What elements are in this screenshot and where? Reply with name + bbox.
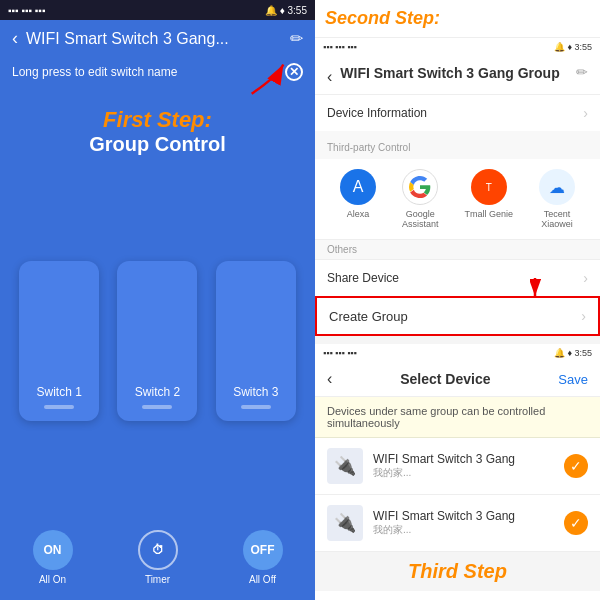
- google-label: GoogleAssistant: [402, 209, 439, 229]
- device-information-label: Device Information: [327, 106, 427, 120]
- switch-indicator-1: [44, 405, 74, 409]
- select-header: ‹ Select Device Save: [315, 362, 600, 397]
- info-banner-text: Devices under same group can be controll…: [327, 405, 545, 429]
- switch-indicator-2: [142, 405, 172, 409]
- create-group-row[interactable]: Create Group ›: [315, 296, 600, 336]
- left-back-button[interactable]: ‹: [12, 28, 18, 49]
- others-section-title: Others: [315, 240, 600, 259]
- device-info-2: WIFI Smart Switch 3 Gang 我的家...: [373, 509, 554, 537]
- second-step-area: Second Step:: [315, 0, 600, 38]
- device-information-row[interactable]: Device Information ›: [315, 94, 600, 131]
- alexa-icon: A: [340, 169, 376, 205]
- hint-text: Long press to edit switch name: [12, 65, 177, 79]
- third-party-title-text: Third-party Control: [327, 142, 410, 153]
- check-icon-1: ✓: [564, 454, 588, 478]
- all-off-button[interactable]: OFF All Off: [243, 530, 283, 585]
- create-group-arrow: [530, 276, 560, 302]
- device-list-item-2[interactable]: 🔌 WIFI Smart Switch 3 Gang 我的家... ✓: [315, 495, 600, 552]
- device-title: WIFI Smart Switch 3 Gang Group: [340, 64, 568, 82]
- switch-label-2: Switch 2: [135, 385, 180, 399]
- device-sub-1: 我的家...: [373, 466, 554, 480]
- tecent-label: TecentXiaowei: [541, 209, 573, 229]
- tmall-icon: T: [471, 169, 507, 205]
- device-thumb-2: 🔌: [327, 505, 363, 541]
- group-control-text: Group Control: [10, 133, 305, 156]
- left-status-left: ▪▪▪ ▪▪▪ ▪▪▪: [8, 5, 45, 16]
- select-device-panel: ▪▪▪ ▪▪▪ ▪▪▪ 🔔 ♦ 3:55 ‹ Select Device Sav…: [315, 344, 600, 600]
- third-step-text: Third Step: [327, 560, 588, 583]
- all-on-circle: ON: [33, 530, 73, 570]
- right-status-bar: ▪▪▪ ▪▪▪ ▪▪▪ 🔔 ♦ 3:55: [315, 38, 600, 56]
- tmall-item[interactable]: T Tmall Genie: [464, 169, 513, 229]
- share-device-chevron: ›: [583, 270, 588, 286]
- select-title: Select Device: [332, 371, 558, 387]
- switch-label-3: Switch 3: [233, 385, 278, 399]
- tmall-label: Tmall Genie: [464, 209, 513, 219]
- google-assistant-item[interactable]: GoogleAssistant: [402, 169, 439, 229]
- device-name-1: WIFI Smart Switch 3 Gang: [373, 452, 554, 466]
- switch-card-1[interactable]: Switch 1: [19, 261, 99, 421]
- select-status-bar: ▪▪▪ ▪▪▪ ▪▪▪ 🔔 ♦ 3:55: [315, 344, 600, 362]
- tecent-item[interactable]: ☁ TecentXiaowei: [539, 169, 575, 229]
- arrow-annotation: [220, 52, 300, 102]
- all-on-button[interactable]: ON All On: [33, 530, 73, 585]
- switch-card-2[interactable]: Switch 2: [117, 261, 197, 421]
- device-back-button[interactable]: ‹: [327, 68, 332, 86]
- third-party-section-title: Third-party Control: [315, 131, 600, 159]
- device-list-item-1[interactable]: 🔌 WIFI Smart Switch 3 Gang 我的家... ✓: [315, 438, 600, 495]
- timer-circle: ⏱: [138, 530, 178, 570]
- device-information-chevron: ›: [583, 105, 588, 121]
- device-header: ‹ WIFI Smart Switch 3 Gang Group ✏: [315, 56, 600, 94]
- all-on-label: All On: [39, 574, 66, 585]
- first-step-text: First Step:: [10, 107, 305, 133]
- left-panel: ▪▪▪ ▪▪▪ ▪▪▪ 🔔 ♦ 3:55 ‹ WIFI Smart Switch…: [0, 0, 315, 600]
- timer-button[interactable]: ⏱ Timer: [138, 530, 178, 585]
- alexa-label: Alexa: [347, 209, 370, 219]
- check-icon-2: ✓: [564, 511, 588, 535]
- device-name-2: WIFI Smart Switch 3 Gang: [373, 509, 554, 523]
- all-off-circle: OFF: [243, 530, 283, 570]
- create-group-label: Create Group: [329, 309, 408, 324]
- device-info-1: WIFI Smart Switch 3 Gang 我的家...: [373, 452, 554, 480]
- device-thumb-1: 🔌: [327, 448, 363, 484]
- right-status-right: 🔔 ♦ 3:55: [554, 42, 592, 52]
- third-party-row: A Alexa GoogleAssistant T Tmall Genie: [315, 159, 600, 240]
- left-app-title: WIFI Smart Switch 3 Gang...: [26, 30, 282, 48]
- timer-label: Timer: [145, 574, 170, 585]
- left-status-bar: ▪▪▪ ▪▪▪ ▪▪▪ 🔔 ♦ 3:55: [0, 0, 315, 20]
- alexa-item[interactable]: A Alexa: [340, 169, 376, 229]
- left-status-right: 🔔 ♦ 3:55: [265, 5, 307, 16]
- others-label: Others: [327, 244, 357, 255]
- device-edit-icon[interactable]: ✏: [576, 64, 588, 80]
- select-status-right: 🔔 ♦ 3:55: [554, 348, 592, 358]
- select-status-left: ▪▪▪ ▪▪▪ ▪▪▪: [323, 348, 357, 358]
- save-button[interactable]: Save: [558, 372, 588, 387]
- create-group-chevron: ›: [581, 308, 586, 324]
- device-panel: ▪▪▪ ▪▪▪ ▪▪▪ 🔔 ♦ 3:55 ‹ WIFI Smart Switch…: [315, 38, 600, 344]
- third-step-area: Third Step: [315, 552, 600, 591]
- tecent-icon: ☁: [539, 169, 575, 205]
- bottom-controls: ON All On ⏱ Timer OFF All Off: [0, 520, 315, 600]
- left-edit-icon[interactable]: ✏: [290, 29, 303, 48]
- switches-row: Switch 1 Switch 2 Switch 3: [0, 161, 315, 520]
- second-step-text: Second Step:: [325, 8, 440, 28]
- switch-indicator-3: [241, 405, 271, 409]
- all-off-label: All Off: [249, 574, 276, 585]
- switch-card-3[interactable]: Switch 3: [216, 261, 296, 421]
- info-banner: Devices under same group can be controll…: [315, 397, 600, 438]
- switch-label-1: Switch 1: [36, 385, 81, 399]
- right-status-left: ▪▪▪ ▪▪▪ ▪▪▪: [323, 42, 357, 52]
- google-icon: [402, 169, 438, 205]
- right-panel: Second Step: ▪▪▪ ▪▪▪ ▪▪▪ 🔔 ♦ 3:55 ‹ WIFI…: [315, 0, 600, 600]
- device-sub-2: 我的家...: [373, 523, 554, 537]
- share-device-label: Share Device: [327, 271, 399, 285]
